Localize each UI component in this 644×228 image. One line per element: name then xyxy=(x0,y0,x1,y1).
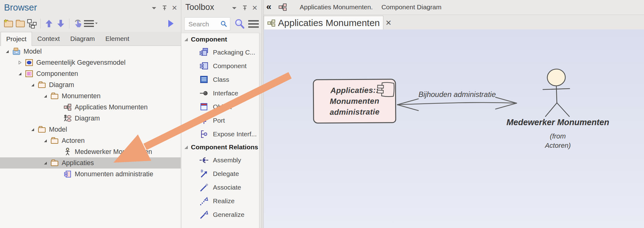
tab-element[interactable]: Element xyxy=(100,32,135,46)
generalize-icon xyxy=(199,210,209,219)
expand-triangle-icon[interactable] xyxy=(44,161,51,165)
section-expand-triangle-icon[interactable] xyxy=(184,145,191,149)
diagram-canvas[interactable]: Applicaties:: Monumenten administratie xyxy=(264,29,644,228)
tool-packaging-component[interactable]: Packaging C... xyxy=(181,46,259,59)
tab-context[interactable]: Context xyxy=(32,32,65,46)
tab-close-icon[interactable]: ✕ xyxy=(386,19,392,27)
folder-icon xyxy=(51,159,59,167)
toolbar-separator xyxy=(69,19,69,28)
tool-interface[interactable]: Interface xyxy=(181,86,259,100)
component-diagram-icon xyxy=(64,103,72,111)
toolbox-menu-chevron-icon[interactable] xyxy=(230,4,238,12)
search-box[interactable] xyxy=(184,17,230,30)
tree-item-model-folder[interactable]: Model xyxy=(0,124,181,135)
browser-menu-chevron-icon[interactable] xyxy=(150,4,158,12)
component-diagram-icon xyxy=(278,3,287,11)
breadcrumb: Applicaties Monumenten. Component Diagra… xyxy=(300,3,441,11)
move-down-button[interactable] xyxy=(55,18,67,29)
class-icon xyxy=(199,75,209,84)
collapse-panel-chevron[interactable]: « xyxy=(266,1,271,12)
toolbox-pin-icon[interactable] xyxy=(241,4,249,12)
tree-item-applicaties[interactable]: Applicaties xyxy=(0,157,181,169)
collapse-triangle-icon[interactable] xyxy=(18,61,25,64)
connector-label[interactable]: Bijhouden administratie xyxy=(411,90,504,99)
model-root-icon xyxy=(12,47,20,55)
tree-item-diagram-folder[interactable]: Diagram xyxy=(0,79,181,90)
tab-applicaties-monumenten[interactable]: Applicaties Monumenten ✕ xyxy=(264,16,383,30)
tab-project[interactable]: Project xyxy=(1,32,32,46)
browser-toolbar xyxy=(0,15,181,32)
actor-name-label[interactable]: Medewerker Monumenten xyxy=(502,118,614,127)
tree-item-diagram-usecase[interactable]: Diagram xyxy=(0,113,181,124)
tree-item-medewerker-monumenten[interactable]: Medewerker Monumenten xyxy=(0,146,181,157)
play-button[interactable] xyxy=(165,18,177,29)
tool-expose-interface[interactable]: Expose Interf... xyxy=(181,127,259,141)
browser-close-icon[interactable]: ✕ xyxy=(170,4,179,12)
associate-icon xyxy=(199,183,209,192)
browser-tab-bar: Project Context Diagram Element xyxy=(0,32,181,46)
expand-triangle-icon[interactable] xyxy=(31,128,38,131)
browser-panel-title: Browser xyxy=(4,2,37,13)
tool-object[interactable]: Object xyxy=(181,100,259,114)
component-diagram-tab-icon xyxy=(267,19,276,27)
expand-triangle-icon[interactable] xyxy=(44,139,51,142)
folder-icon xyxy=(38,81,46,89)
toolbox-item-list: Component Packaging C... Component xyxy=(181,33,259,228)
search-icon[interactable] xyxy=(220,20,228,28)
tool-associate[interactable]: Associate xyxy=(181,181,259,194)
packaging-component-icon xyxy=(199,48,209,57)
folder-button[interactable] xyxy=(14,18,26,29)
diagram-shapes xyxy=(264,29,644,228)
toolbox-close-icon[interactable]: ✕ xyxy=(251,4,259,12)
new-model-button[interactable] xyxy=(2,18,14,29)
section-expand-triangle-icon[interactable] xyxy=(184,37,191,42)
toolbox-section-component[interactable]: Component xyxy=(181,33,259,46)
toolbox-search-bar xyxy=(181,15,262,33)
tab-diagram[interactable]: Diagram xyxy=(65,32,100,46)
object-model-icon xyxy=(25,59,33,67)
assembly-icon xyxy=(199,156,209,165)
tool-delegate[interactable]: D Delegate xyxy=(181,167,259,181)
search-input[interactable] xyxy=(188,19,220,29)
tool-component[interactable]: Component xyxy=(181,59,259,73)
tree-item-componenten[interactable]: Componenten xyxy=(0,68,181,79)
toolbox-scrollbar[interactable] xyxy=(259,33,262,228)
tool-port[interactable]: Port xyxy=(181,114,259,127)
actor-icon xyxy=(64,148,72,156)
toolbox-panel-title: Toolbox xyxy=(185,2,214,12)
tree-item-monumenten-folder[interactable]: Monumenten xyxy=(0,90,181,102)
actor-element-medewerker-monumenten[interactable] xyxy=(543,68,570,116)
tree-item-gemeentelijk-gegevensmodel[interactable]: Gemeentelijk Gegevensmodel xyxy=(0,57,181,68)
hamburger-menu-button[interactable] xyxy=(84,18,98,29)
connector-bijhouden-administratie[interactable] xyxy=(397,97,517,111)
breadcrumb-diagram-name[interactable]: Applicaties Monumenten. xyxy=(300,3,373,11)
tool-class[interactable]: Class xyxy=(181,73,259,86)
tree-item-applicaties-monumenten[interactable]: Applicaties Monumenten xyxy=(0,102,181,113)
view-icon xyxy=(25,70,33,78)
tree-item-monumenten-administratie[interactable]: Monumenten administratie xyxy=(0,169,181,180)
toolbox-section-component-relations[interactable]: Component Relations xyxy=(181,141,259,153)
expand-triangle-icon[interactable] xyxy=(44,94,51,98)
expand-triangle-icon[interactable] xyxy=(6,50,12,53)
find-toolbox-item-icon[interactable] xyxy=(235,19,245,30)
svg-text:D: D xyxy=(201,169,203,173)
tool-assembly[interactable]: Assembly xyxy=(181,153,259,167)
browser-pin-icon[interactable] xyxy=(161,4,169,12)
expand-triangle-icon[interactable] xyxy=(18,72,25,76)
toolbox-panel: Toolbox ✕ xyxy=(181,0,262,228)
tree-item-actoren-folder[interactable]: Actoren xyxy=(0,135,181,146)
toolbar-separator xyxy=(40,19,41,28)
move-up-button[interactable] xyxy=(43,18,55,29)
tool-realize[interactable]: Realize xyxy=(181,194,259,208)
browser-panel-header: Browser ✕ xyxy=(0,0,181,15)
toolbox-hamburger-menu-icon[interactable] xyxy=(248,20,259,28)
hierarchy-icon[interactable] xyxy=(26,18,38,29)
hand-pointer-icon[interactable] xyxy=(72,18,84,29)
tool-generalize[interactable]: Generalize xyxy=(181,208,259,221)
project-tree: Model Gemeentelijk Gegevensmodel xyxy=(0,46,181,228)
breadcrumb-diagram-type: Component Diagram xyxy=(382,3,442,11)
tree-item-model[interactable]: Model xyxy=(0,46,181,57)
component-icon xyxy=(64,170,72,178)
expand-triangle-icon[interactable] xyxy=(31,83,38,87)
actor-from-label-line2: Actoren) xyxy=(502,142,614,150)
